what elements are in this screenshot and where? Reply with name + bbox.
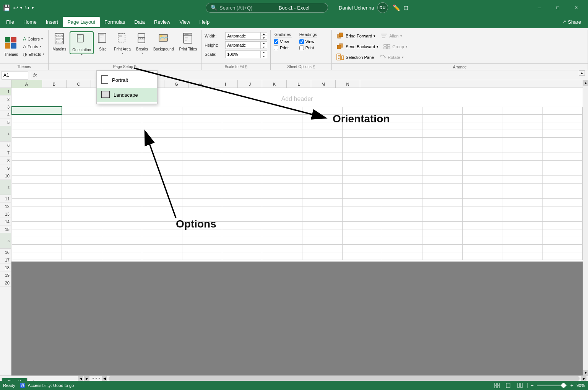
cell-A2[interactable] — [12, 114, 62, 122]
cell-E10[interactable] — [182, 176, 222, 183]
cell-E19[interactable] — [182, 244, 222, 252]
cell-I2[interactable] — [342, 114, 382, 122]
cell-L20[interactable] — [462, 252, 502, 260]
cell-H6[interactable] — [302, 145, 342, 153]
cell-N7[interactable] — [543, 153, 583, 160]
cell-C1[interactable] — [102, 107, 142, 114]
cell-K8[interactable] — [422, 160, 463, 168]
cell-G19[interactable] — [262, 244, 302, 252]
cell-L8[interactable] — [462, 160, 502, 168]
cell-A7[interactable] — [12, 153, 62, 160]
cell-J19[interactable] — [382, 244, 422, 252]
zoom-plus[interactable]: + — [570, 382, 573, 388]
width-spin-down[interactable]: ▼ — [261, 36, 267, 40]
cell-C8[interactable] — [102, 160, 142, 168]
cell-A16[interactable] — [12, 221, 62, 229]
cell-J1[interactable] — [382, 107, 422, 114]
col-header-N[interactable]: N — [336, 80, 360, 88]
add-sheet-button[interactable]: + — [29, 377, 38, 381]
cell-D14[interactable] — [142, 206, 182, 214]
scroll-up-button[interactable]: ▲ — [583, 80, 588, 86]
cell-C17[interactable] — [102, 229, 142, 237]
cell-H14[interactable] — [302, 206, 342, 214]
cell-B15[interactable] — [62, 214, 102, 221]
scroll-down-button[interactable]: ▼ — [583, 370, 588, 375]
cell-C5[interactable] — [102, 137, 142, 145]
cell-I14[interactable] — [342, 206, 382, 214]
cell-C11[interactable] — [102, 183, 142, 191]
row-num-4[interactable]: 4 — [0, 111, 11, 119]
height-spin-up[interactable]: ▲ — [261, 41, 267, 45]
cell-G20[interactable] — [262, 252, 302, 260]
cell-H15[interactable] — [302, 214, 342, 221]
cell-I18[interactable] — [342, 237, 382, 244]
cell-D1[interactable] — [142, 107, 182, 114]
width-spin-up[interactable]: ▲ — [261, 32, 267, 36]
themes-group-label[interactable]: Themes — [0, 63, 48, 70]
row-num-3[interactable]: 3 — [0, 103, 11, 111]
name-box[interactable]: A1 — [2, 71, 28, 80]
cell-H1[interactable] — [302, 107, 342, 114]
selection-pane-button[interactable]: Selection Pane — [335, 53, 375, 62]
cell-I13[interactable] — [342, 198, 382, 206]
cell-J7[interactable] — [382, 153, 422, 160]
scale-dialog-icon[interactable]: ⎘ — [245, 65, 247, 69]
headings-view-checkbox[interactable] — [299, 39, 304, 44]
cell-B17[interactable] — [62, 229, 102, 237]
cell-N11[interactable] — [543, 183, 583, 191]
cell-A10[interactable] — [12, 176, 62, 183]
row-num-20[interactable]: 20 — [0, 279, 11, 287]
cell-I15[interactable] — [342, 214, 382, 221]
cell-D7[interactable] — [142, 153, 182, 160]
cell-B3[interactable] — [62, 122, 102, 130]
row-num-18[interactable]: 18 — [0, 264, 11, 271]
cell-A8[interactable] — [12, 160, 62, 168]
cell-B4[interactable] — [62, 130, 102, 137]
cell-M4[interactable] — [502, 130, 543, 137]
cell-C4[interactable] — [102, 130, 142, 137]
cell-G18[interactable] — [262, 237, 302, 244]
row-num-6[interactable]: 6 — [0, 141, 11, 149]
cell-C13[interactable] — [102, 198, 142, 206]
cell-J16[interactable] — [382, 221, 422, 229]
zoom-percentage[interactable]: 90% — [577, 383, 585, 388]
cell-H19[interactable] — [302, 244, 342, 252]
cell-H16[interactable] — [302, 221, 342, 229]
cell-I7[interactable] — [342, 153, 382, 160]
cell-D5[interactable] — [142, 137, 182, 145]
portrait-option[interactable]: Portrait — [97, 72, 157, 88]
cell-E11[interactable] — [182, 183, 222, 191]
row-num-8[interactable]: 8 — [0, 157, 11, 164]
cell-N18[interactable] — [543, 237, 583, 244]
colors-button[interactable]: A Colors ▾ — [21, 36, 45, 42]
cell-I6[interactable] — [342, 145, 382, 153]
scale-spin-down[interactable]: ▼ — [261, 54, 267, 58]
cell-B9[interactable] — [62, 168, 102, 176]
cell-F3[interactable] — [222, 122, 262, 130]
cell-H13[interactable] — [302, 198, 342, 206]
cell-G5[interactable] — [262, 137, 302, 145]
col-header-B[interactable]: B — [42, 80, 67, 88]
share-button[interactable]: ↗ Share — [557, 18, 586, 26]
cell-N17[interactable] — [543, 229, 583, 237]
cell-J18[interactable] — [382, 237, 422, 244]
cell-M18[interactable] — [502, 237, 543, 244]
cell-B6[interactable] — [62, 145, 102, 153]
cell-G14[interactable] — [262, 206, 302, 214]
cell-G1[interactable] — [262, 107, 302, 114]
cell-D3[interactable] — [142, 122, 182, 130]
cell-J17[interactable] — [382, 229, 422, 237]
cell-K10[interactable] — [422, 176, 463, 183]
cell-E13[interactable] — [182, 198, 222, 206]
cell-L1[interactable] — [462, 107, 502, 114]
cell-G16[interactable] — [262, 221, 302, 229]
group-button[interactable]: Group ▾ — [382, 42, 409, 51]
cell-D12[interactable] — [142, 191, 182, 198]
cell-I12[interactable] — [342, 191, 382, 198]
cell-K3[interactable] — [422, 122, 463, 130]
col-header-I[interactable]: I — [213, 80, 238, 88]
cell-M15[interactable] — [502, 214, 543, 221]
cell-C18[interactable] — [102, 237, 142, 244]
cell-G8[interactable] — [262, 160, 302, 168]
save-icon[interactable]: 💾 — [3, 4, 11, 11]
